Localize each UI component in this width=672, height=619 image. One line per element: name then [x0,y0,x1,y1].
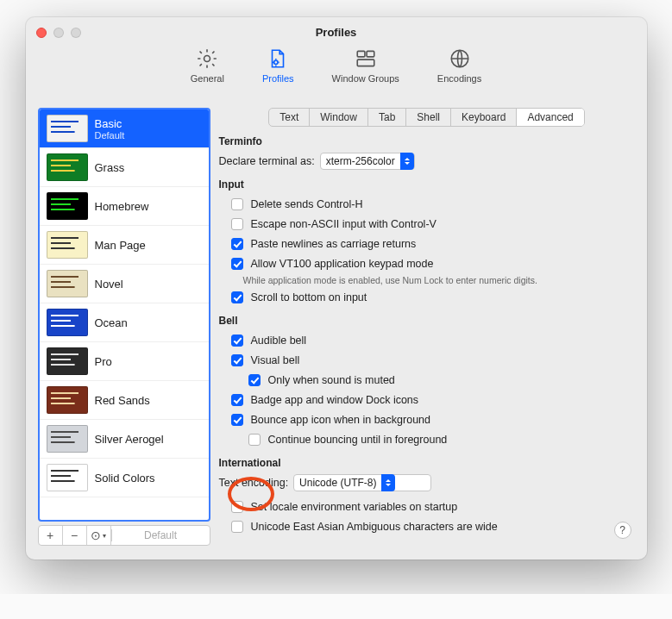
international-heading: International [219,457,635,469]
toolbar-profiles[interactable]: Profiles [255,44,301,87]
set-default-button[interactable]: Default [111,529,210,541]
continue-bounce-checkbox[interactable] [248,434,261,446]
only-when-muted-checkbox[interactable] [248,374,261,386]
bounce-bg-checkbox[interactable] [231,414,243,426]
profile-name: Solid Colors [95,472,155,485]
text-encoding-label: Text encoding: [219,477,289,489]
profile-thumbnail [47,425,88,453]
tab-text[interactable]: Text [269,109,310,126]
document-gear-icon [267,47,289,70]
delete-ctrl-h-checkbox[interactable] [231,198,243,210]
profile-row-man-page[interactable]: Man Page [40,226,209,265]
profile-thumbnail [47,231,88,259]
tab-window[interactable]: Window [310,109,368,126]
svg-rect-2 [357,51,365,57]
profiles-list[interactable]: BasicDefaultGrassHomebrewMan PageNovelOc… [38,108,210,522]
profile-actions-button[interactable]: ⊙▾ [87,526,111,545]
close-button[interactable] [36,28,47,38]
east-asian-wide-checkbox[interactable] [231,521,243,533]
set-locale-checkbox[interactable] [231,501,243,513]
profile-row-silver-aerogel[interactable]: Silver Aerogel [40,420,209,459]
svg-point-0 [204,56,210,62]
chevron-down-icon: ▾ [103,532,106,540]
titlebar: Profiles General Profiles Window Groups … [26,17,647,99]
badge-dock-checkbox[interactable] [231,394,243,406]
terminfo-heading: Terminfo [219,135,635,147]
profile-name: Red Sands [95,394,150,407]
svg-point-1 [274,60,278,64]
profile-thumbnail [47,464,88,491]
svg-rect-3 [367,51,374,57]
tab-tab[interactable]: Tab [368,109,406,126]
paste-newlines-checkbox[interactable] [231,238,243,250]
profile-thumbnail [47,192,88,220]
profile-row-solid-colors[interactable]: Solid Colors [40,459,209,497]
profile-tabs: TextWindowTabShellKeyboardAdvanced [268,108,585,127]
profile-settings-pane: TextWindowTabShellKeyboardAdvanced Termi… [219,108,635,539]
add-profile-button[interactable]: + [39,526,63,545]
profile-name: Grass [95,161,125,174]
profile-row-pro[interactable]: Pro [40,342,209,381]
escape-nonascii-checkbox[interactable] [231,218,243,230]
declare-terminal-label: Declare terminal as: [219,155,315,167]
zoom-button[interactable] [71,28,81,38]
tab-advanced[interactable]: Advanced [517,109,583,126]
profile-row-basic[interactable]: BasicDefault [40,109,209,148]
profile-subtitle: Default [95,130,125,141]
vt100-keypad-checkbox[interactable] [231,258,243,270]
declare-terminal-select[interactable]: xterm-256color [320,153,415,170]
profile-name: Pro [95,355,112,368]
chevrons-icon [381,474,395,491]
globe-icon [449,47,471,70]
help-button[interactable]: ? [614,522,631,539]
visual-bell-checkbox[interactable] [231,354,243,366]
bell-heading: Bell [219,315,635,327]
toolbar-window-groups[interactable]: Window Groups [325,44,406,87]
window-title: Profiles [26,26,647,39]
profile-name: Man Page [95,239,146,252]
gear-icon [196,47,218,70]
profile-name: Silver Aerogel [95,433,164,446]
profile-row-novel[interactable]: Novel [40,265,209,303]
tab-keyboard[interactable]: Keyboard [451,109,517,126]
profile-thumbnail [47,153,88,181]
profile-row-grass[interactable]: Grass [40,148,209,187]
profile-name: Novel [95,278,123,291]
profile-thumbnail [47,270,88,297]
svg-rect-4 [357,59,374,66]
profile-thumbnail [47,347,88,375]
chevrons-icon [400,153,414,170]
profile-name: Basic [95,117,125,130]
pref-toolbar: General Profiles Window Groups Encodings [26,39,647,96]
minimize-button[interactable] [53,28,64,38]
profile-thumbnail [47,309,88,336]
profile-row-homebrew[interactable]: Homebrew [40,187,209,226]
toolbar-general[interactable]: General [184,44,231,87]
profile-name: Homebrew [95,200,149,213]
audible-bell-checkbox[interactable] [231,335,243,347]
toolbar-encodings[interactable]: Encodings [430,44,488,87]
remove-profile-button[interactable]: − [63,526,87,545]
profile-thumbnail [47,386,88,414]
profile-thumbnail [47,115,88,142]
traffic-lights [36,28,81,38]
profiles-toolbar: + − ⊙▾ Default [38,525,210,546]
vt100-hint: While application mode is enabled, use N… [243,275,635,285]
profile-name: Ocean [95,316,128,329]
profile-row-red-sands[interactable]: Red Sands [40,381,209,420]
preferences-window: Profiles General Profiles Window Groups … [26,17,647,560]
window-groups-icon [355,47,377,70]
profile-row-ocean[interactable]: Ocean [40,303,209,342]
scroll-bottom-checkbox[interactable] [231,291,243,303]
input-heading: Input [219,178,635,191]
tab-shell[interactable]: Shell [406,109,451,126]
text-encoding-select[interactable]: Unicode (UTF-8) [293,474,431,491]
